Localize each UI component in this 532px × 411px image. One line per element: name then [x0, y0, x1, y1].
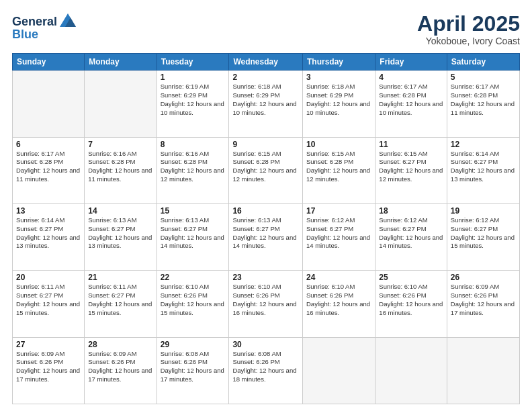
- day-info: Sunrise: 6:12 AMSunset: 6:27 PMDaylight:…: [306, 216, 371, 250]
- col-saturday: Saturday: [447, 54, 519, 71]
- col-friday: Friday: [375, 54, 447, 71]
- week-row-4: 27Sunrise: 6:09 AMSunset: 6:26 PMDayligh…: [13, 337, 520, 404]
- day-info: Sunrise: 6:09 AMSunset: 6:26 PMDaylight:…: [451, 283, 516, 317]
- day-cell: 20Sunrise: 6:11 AMSunset: 6:27 PMDayligh…: [13, 271, 85, 337]
- day-info: Sunrise: 6:19 AMSunset: 6:29 PMDaylight:…: [161, 83, 226, 117]
- day-number: 25: [379, 273, 443, 282]
- day-number: 28: [88, 340, 152, 349]
- logo-icon: [58, 12, 77, 31]
- day-info: Sunrise: 6:12 AMSunset: 6:27 PMDaylight:…: [451, 216, 516, 250]
- col-tuesday: Tuesday: [157, 54, 229, 71]
- col-thursday: Thursday: [303, 54, 375, 71]
- title-block: April 2025 Yokoboue, Ivory Coast: [417, 12, 520, 46]
- day-cell: 5Sunrise: 6:17 AMSunset: 6:28 PMDaylight…: [447, 71, 519, 137]
- day-cell: 3Sunrise: 6:18 AMSunset: 6:29 PMDaylight…: [303, 71, 375, 137]
- day-number: 26: [451, 273, 516, 282]
- day-info: Sunrise: 6:12 AMSunset: 6:27 PMDaylight:…: [379, 216, 443, 250]
- day-cell: 9Sunrise: 6:15 AMSunset: 6:28 PMDaylight…: [229, 137, 303, 203]
- day-cell: 26Sunrise: 6:09 AMSunset: 6:26 PMDayligh…: [447, 271, 519, 337]
- day-number: 24: [306, 273, 371, 282]
- day-number: 30: [232, 340, 299, 349]
- day-cell: 13Sunrise: 6:14 AMSunset: 6:27 PMDayligh…: [13, 203, 85, 270]
- day-cell: 22Sunrise: 6:10 AMSunset: 6:26 PMDayligh…: [157, 271, 229, 337]
- day-number: 21: [88, 273, 152, 282]
- day-info: Sunrise: 6:16 AMSunset: 6:28 PMDaylight:…: [161, 150, 226, 184]
- day-cell: 30Sunrise: 6:08 AMSunset: 6:26 PMDayligh…: [229, 337, 303, 404]
- calendar-table: Sunday Monday Tuesday Wednesday Thursday…: [12, 53, 520, 404]
- day-info: Sunrise: 6:15 AMSunset: 6:27 PMDaylight:…: [379, 150, 443, 184]
- day-number: 2: [232, 73, 299, 82]
- day-cell: [13, 71, 85, 137]
- day-cell: [303, 337, 375, 404]
- day-number: 11: [379, 140, 443, 149]
- col-wednesday: Wednesday: [229, 54, 303, 71]
- day-cell: 25Sunrise: 6:10 AMSunset: 6:26 PMDayligh…: [375, 271, 447, 337]
- week-row-1: 6Sunrise: 6:17 AMSunset: 6:28 PMDaylight…: [13, 137, 520, 203]
- day-cell: 2Sunrise: 6:18 AMSunset: 6:29 PMDaylight…: [229, 71, 303, 137]
- day-cell: 1Sunrise: 6:19 AMSunset: 6:29 PMDaylight…: [157, 71, 229, 137]
- day-cell: 6Sunrise: 6:17 AMSunset: 6:28 PMDaylight…: [13, 137, 85, 203]
- day-info: Sunrise: 6:10 AMSunset: 6:26 PMDaylight:…: [379, 283, 443, 317]
- day-info: Sunrise: 6:17 AMSunset: 6:28 PMDaylight:…: [16, 150, 81, 184]
- day-cell: 15Sunrise: 6:13 AMSunset: 6:27 PMDayligh…: [157, 203, 229, 270]
- day-info: Sunrise: 6:15 AMSunset: 6:28 PMDaylight:…: [232, 150, 299, 184]
- day-cell: 16Sunrise: 6:13 AMSunset: 6:27 PMDayligh…: [229, 203, 303, 270]
- day-number: 12: [451, 140, 516, 149]
- day-number: 9: [232, 140, 299, 149]
- day-info: Sunrise: 6:18 AMSunset: 6:29 PMDaylight:…: [232, 83, 299, 117]
- week-row-3: 20Sunrise: 6:11 AMSunset: 6:27 PMDayligh…: [13, 271, 520, 337]
- col-sunday: Sunday: [13, 54, 85, 71]
- day-info: Sunrise: 6:16 AMSunset: 6:28 PMDaylight:…: [88, 150, 152, 184]
- week-row-2: 13Sunrise: 6:14 AMSunset: 6:27 PMDayligh…: [13, 203, 520, 270]
- day-number: 13: [16, 206, 81, 216]
- day-number: 6: [16, 140, 81, 149]
- day-info: Sunrise: 6:10 AMSunset: 6:26 PMDaylight:…: [161, 283, 226, 317]
- logo-general: General: [12, 15, 57, 28]
- day-info: Sunrise: 6:18 AMSunset: 6:29 PMDaylight:…: [306, 83, 371, 117]
- day-cell: 23Sunrise: 6:10 AMSunset: 6:26 PMDayligh…: [229, 271, 303, 337]
- day-number: 8: [161, 140, 226, 149]
- day-cell: [375, 337, 447, 404]
- day-number: 16: [232, 206, 299, 216]
- day-number: 18: [379, 206, 443, 216]
- day-cell: [447, 337, 519, 404]
- weekday-row: Sunday Monday Tuesday Wednesday Thursday…: [13, 54, 520, 71]
- col-monday: Monday: [85, 54, 157, 71]
- day-cell: 11Sunrise: 6:15 AMSunset: 6:27 PMDayligh…: [375, 137, 447, 203]
- day-info: Sunrise: 6:14 AMSunset: 6:27 PMDaylight:…: [451, 150, 516, 184]
- day-cell: 29Sunrise: 6:08 AMSunset: 6:26 PMDayligh…: [157, 337, 229, 404]
- day-number: 29: [161, 340, 226, 349]
- day-cell: 4Sunrise: 6:17 AMSunset: 6:28 PMDaylight…: [375, 71, 447, 137]
- day-cell: 28Sunrise: 6:09 AMSunset: 6:26 PMDayligh…: [85, 337, 157, 404]
- logo: General Blue: [12, 12, 77, 40]
- page: General Blue April 2025 Yokoboue, Ivory …: [0, 0, 532, 411]
- day-info: Sunrise: 6:13 AMSunset: 6:27 PMDaylight:…: [88, 216, 152, 250]
- day-number: 1: [161, 73, 226, 82]
- day-number: 3: [306, 73, 371, 82]
- day-info: Sunrise: 6:09 AMSunset: 6:26 PMDaylight:…: [16, 350, 81, 384]
- day-cell: 17Sunrise: 6:12 AMSunset: 6:27 PMDayligh…: [303, 203, 375, 270]
- day-number: 22: [161, 273, 226, 282]
- subtitle: Yokoboue, Ivory Coast: [417, 36, 520, 46]
- day-cell: 19Sunrise: 6:12 AMSunset: 6:27 PMDayligh…: [447, 203, 519, 270]
- day-number: 27: [16, 340, 81, 349]
- day-number: 14: [88, 206, 152, 216]
- day-info: Sunrise: 6:14 AMSunset: 6:27 PMDaylight:…: [16, 216, 81, 250]
- day-cell: 12Sunrise: 6:14 AMSunset: 6:27 PMDayligh…: [447, 137, 519, 203]
- header: General Blue April 2025 Yokoboue, Ivory …: [12, 12, 520, 46]
- calendar-header: Sunday Monday Tuesday Wednesday Thursday…: [13, 54, 520, 71]
- day-info: Sunrise: 6:13 AMSunset: 6:27 PMDaylight:…: [232, 216, 299, 250]
- day-number: 15: [161, 206, 226, 216]
- calendar-body: 1Sunrise: 6:19 AMSunset: 6:29 PMDaylight…: [13, 71, 520, 404]
- day-info: Sunrise: 6:10 AMSunset: 6:26 PMDaylight:…: [232, 283, 299, 317]
- day-number: 19: [451, 206, 516, 216]
- logo-blue: Blue: [12, 28, 38, 40]
- day-info: Sunrise: 6:08 AMSunset: 6:26 PMDaylight:…: [232, 350, 299, 384]
- day-number: 20: [16, 273, 81, 282]
- day-cell: 7Sunrise: 6:16 AMSunset: 6:28 PMDaylight…: [85, 137, 157, 203]
- day-info: Sunrise: 6:11 AMSunset: 6:27 PMDaylight:…: [88, 283, 152, 317]
- day-info: Sunrise: 6:17 AMSunset: 6:28 PMDaylight:…: [379, 83, 443, 117]
- day-number: 7: [88, 140, 152, 149]
- day-cell: 21Sunrise: 6:11 AMSunset: 6:27 PMDayligh…: [85, 271, 157, 337]
- day-number: 17: [306, 206, 371, 216]
